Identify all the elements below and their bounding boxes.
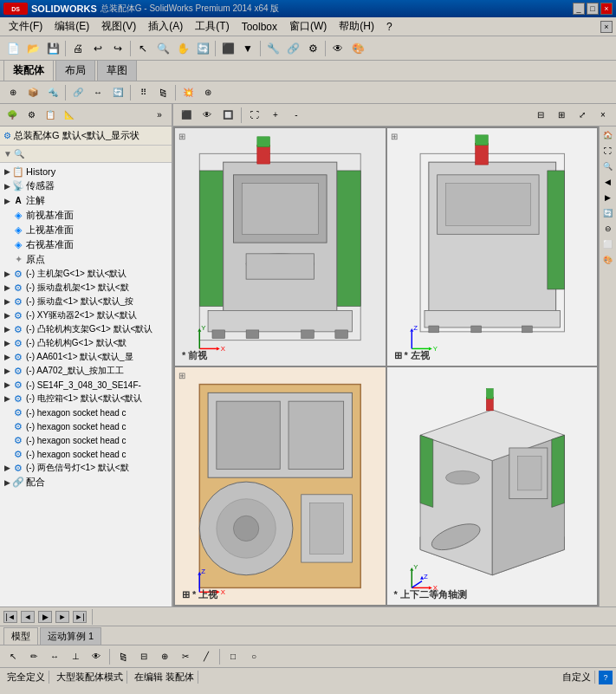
nav-next-btn[interactable]: ► <box>55 611 69 623</box>
cam-mech-toggle[interactable]: ▶ <box>2 338 12 348</box>
vp-split-v-btn[interactable]: ⊞ <box>552 106 571 125</box>
expand-panel-btn[interactable]: » <box>151 107 168 124</box>
prev-view-btn[interactable]: ◀ <box>601 175 615 189</box>
move-comp-btn[interactable]: ↔ <box>88 83 107 102</box>
insert-component-btn[interactable]: ⊕ <box>3 83 23 102</box>
title-bar-controls[interactable]: _ □ × <box>573 3 613 15</box>
bt-line-btn[interactable]: ╱ <box>197 647 216 666</box>
undo-button[interactable]: ↩ <box>88 39 107 58</box>
bt-circle-btn[interactable]: ○ <box>244 647 263 666</box>
tree-item-cam-support[interactable]: ▶ ⚙ (-) 凸轮机构支架G<1> 默认<默认 <box>0 322 172 336</box>
tree-item-history[interactable]: ▶ 📋 History <box>0 165 172 178</box>
bt-offset-btn[interactable]: ⊟ <box>134 647 153 666</box>
tree-item-vib-disk[interactable]: ▶ ⚙ (-) 振动盘机架<1> 默认<默 <box>0 281 172 295</box>
bt-rect-btn[interactable]: □ <box>224 647 243 666</box>
rotate-comp-btn[interactable]: 🔄 <box>108 83 127 102</box>
tree-item-hex3[interactable]: ⚙ (-) hexagon socket head c <box>0 433 172 447</box>
vp-fullscreen-btn[interactable]: ⤢ <box>573 106 592 125</box>
pan-button[interactable]: ✋ <box>173 39 192 58</box>
menu-insert[interactable]: 插入(A) <box>143 17 188 36</box>
signal-lamp-toggle[interactable]: ▶ <box>2 463 12 473</box>
mate-button[interactable]: 🔗 <box>283 39 302 58</box>
rotate-button[interactable]: 🔄 <box>193 39 212 58</box>
bt-add-rel-btn[interactable]: ⊥ <box>66 647 85 666</box>
vp-zoom-out-btn[interactable]: - <box>287 106 306 125</box>
tree-item-cam-mech[interactable]: ▶ ⚙ (-) 凸轮机构G<1> 默认<默 <box>0 336 172 350</box>
tab-model[interactable]: 模型 <box>3 627 38 645</box>
nav-play-btn[interactable]: ▶ <box>38 611 52 623</box>
explode-btn[interactable]: 💥 <box>178 83 198 102</box>
tab-sketch[interactable]: 草图 <box>97 60 137 81</box>
tree-item-se14f[interactable]: ▶ ⚙ (-) SE14F_3_048_30_SE14F- <box>0 378 172 392</box>
tree-item-signal-lamp[interactable]: ▶ ⚙ (-) 两色信号灯<1> 默认<默 <box>0 461 172 475</box>
config-mgr-btn[interactable]: 📋 <box>42 107 59 124</box>
viewport-top[interactable]: X Z ⊞ * 上视 ⊞ <box>175 367 386 605</box>
viewport-iso[interactable]: X Y Z * 上下二等角轴测 <box>387 367 598 605</box>
menu-tools[interactable]: 工具(T) <box>190 17 234 36</box>
tree-item-aa601[interactable]: ▶ ⚙ (-) AA601<1> 默认<默认_显 <box>0 350 172 364</box>
aa601-toggle[interactable]: ▶ <box>2 352 12 362</box>
history-toggle[interactable]: ▶ <box>2 166 12 177</box>
display-style-btn[interactable]: ⬜ <box>601 237 615 251</box>
annotation-toggle[interactable]: ▶ <box>2 196 12 206</box>
assembly-button[interactable]: ⚙ <box>303 39 322 58</box>
status-custom[interactable]: 自定义 <box>559 671 595 684</box>
save-button[interactable]: 💾 <box>43 39 62 58</box>
tree-item-hex2[interactable]: ⚙ (-) hexagon socket head c <box>0 419 172 433</box>
print-button[interactable]: 🖨 <box>68 39 88 58</box>
tree-item-hex1[interactable]: ⚙ (-) hexagon socket head c <box>0 405 172 419</box>
zoom-button[interactable]: 🔍 <box>153 39 172 58</box>
section-view-btn[interactable]: ⊖ <box>601 222 615 236</box>
tree-item-hex4[interactable]: ⚙ (-) hexagon socket head c <box>0 447 172 461</box>
smart-fastener-btn[interactable]: 🔩 <box>43 83 62 102</box>
aa702-toggle[interactable]: ▶ <box>2 366 12 376</box>
nav-first-btn[interactable]: |◄ <box>3 611 17 623</box>
tree-view[interactable]: ▶ 📋 History ▶ 📡 传感器 ▶ A 注解 ◈ 前视基准面 <box>0 163 172 606</box>
se14f-toggle[interactable]: ▶ <box>2 379 12 390</box>
sensor-toggle[interactable]: ▶ <box>2 181 12 191</box>
vib-disk-toggle[interactable]: ▶ <box>2 282 12 293</box>
property-mgr-btn[interactable]: ⚙ <box>23 107 40 124</box>
maximize-button[interactable]: □ <box>587 3 599 15</box>
menu-toolbox[interactable]: Toolbox <box>237 19 282 35</box>
mate-toggle[interactable]: ▶ <box>2 477 12 488</box>
menu-window[interactable]: 窗口(W) <box>284 17 332 36</box>
tree-item-origin[interactable]: ✦ 原点 <box>0 252 172 267</box>
new-component-btn[interactable]: 📦 <box>23 83 42 102</box>
open-button[interactable]: 📂 <box>23 39 42 58</box>
home-btn[interactable]: 🏠 <box>601 128 615 142</box>
new-button[interactable]: 📄 <box>3 39 23 58</box>
dim-xpert-btn[interactable]: 📐 <box>61 107 78 124</box>
tree-item-front-plane[interactable]: ◈ 前视基准面 <box>0 208 172 223</box>
bt-display-rel-btn[interactable]: 👁 <box>87 647 106 666</box>
viewport-front[interactable]: X Y * 前视 ⊞ <box>175 128 386 366</box>
help-close-button[interactable]: × <box>600 21 613 33</box>
select-button[interactable]: ↖ <box>133 39 152 58</box>
tree-item-annotation[interactable]: ▶ A 注解 <box>0 193 172 208</box>
tree-item-vib-disk2[interactable]: ▶ ⚙ (-) 振动盘<1> 默认<默认_按 <box>0 295 172 308</box>
display-button[interactable]: 👁 <box>328 39 347 58</box>
menu-question[interactable]: ? <box>381 19 398 35</box>
vp-view-btn[interactable]: 👁 <box>198 106 217 125</box>
tree-item-top-plane[interactable]: ◈ 上视基准面 <box>0 223 172 237</box>
bt-select-btn[interactable]: ↖ <box>3 647 23 666</box>
close-button[interactable]: × <box>600 3 613 15</box>
tree-item-mate[interactable]: ▶ 🔗 配合 <box>0 475 172 490</box>
tree-item-xy-driver[interactable]: ▶ ⚙ (-) XY驱动器2<1> 默认<默认 <box>0 308 172 322</box>
tree-item-elec-box[interactable]: ▶ ⚙ (-) 电控箱<1> 默认<默认<默认 <box>0 392 172 405</box>
tab-assembly[interactable]: 装配体 <box>3 60 54 81</box>
mate-btn[interactable]: 🔗 <box>68 83 88 102</box>
vp-display-btn[interactable]: 🔲 <box>218 106 237 125</box>
nav-prev-btn[interactable]: ◄ <box>21 611 35 623</box>
elec-box-toggle[interactable]: ▶ <box>2 393 12 404</box>
vp-front-btn[interactable]: ⬛ <box>177 106 196 125</box>
viewport-left[interactable]: Y Z ⊞ * 左视 ⊞ <box>387 128 598 366</box>
nav-last-btn[interactable]: ►| <box>73 611 87 623</box>
tab-motion[interactable]: 运动算例 1 <box>40 627 101 645</box>
mirror-btn[interactable]: ⧎ <box>153 83 172 102</box>
menu-view[interactable]: 视图(V) <box>96 17 141 36</box>
vp-split-h-btn[interactable]: ⊟ <box>531 106 550 125</box>
interference-btn[interactable]: ⊛ <box>198 83 217 102</box>
minimize-button[interactable]: _ <box>573 3 585 15</box>
tab-layout[interactable]: 布局 <box>55 60 95 81</box>
